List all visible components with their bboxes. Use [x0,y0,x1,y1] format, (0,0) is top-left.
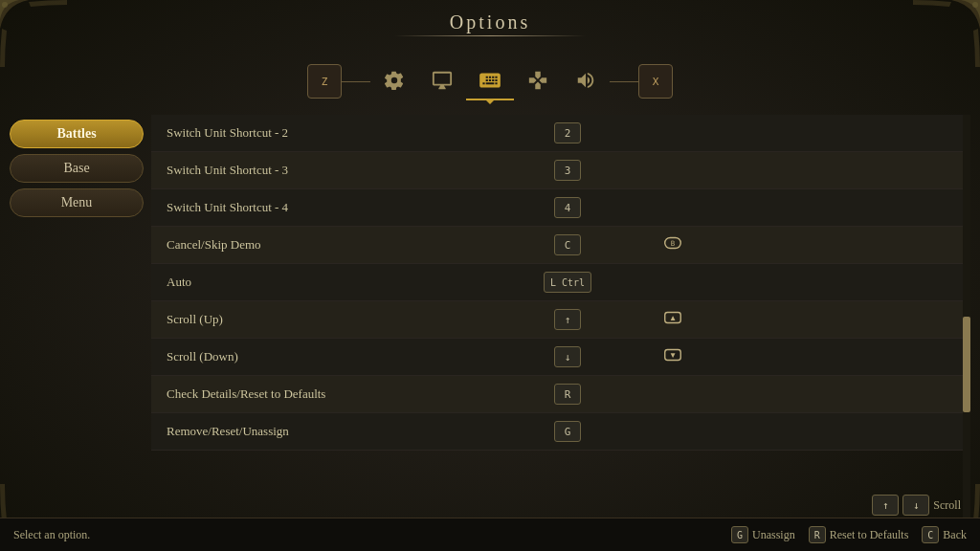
main-layout: Battles Base Menu Switch Unit Shortcut -… [10,115,970,518]
bottom-control-back: C Back [922,526,967,543]
svg-point-0 [2,2,8,8]
row-key1: ↓ [515,346,620,367]
bottom-hint: Select an option. [13,528,90,542]
row-key1: ↑ [515,309,620,330]
table-row: Scroll (Down) ↓ ▼ [151,339,970,376]
reset-key: R [809,526,826,543]
row-label: Scroll (Up) [151,312,515,327]
row-key1: 2 [515,122,620,143]
table-row: Scroll (Up) ↑ ▲ [151,301,970,339]
key-badge: R [554,384,581,405]
row-label: Check Details/Reset to Defaults [151,386,515,402]
settings-table: Switch Unit Shortcut - 2 2 Switch Unit S… [151,115,970,451]
back-label: Back [943,528,967,542]
table-row: Switch Unit Shortcut - 2 2 [151,115,970,152]
bottom-bar: Select an option. G Unassign R Reset to … [0,518,980,551]
row-key1: L Ctrl [515,272,620,293]
title-area: Options [0,11,980,36]
unassign-label: Unassign [752,528,795,542]
row-key2: ▲ [620,307,725,332]
row-label: Switch Unit Shortcut - 2 [151,125,515,141]
table-row: Switch Unit Shortcut - 4 4 [151,189,970,227]
scroll-hint: ↑ ↓ Scroll [872,495,961,516]
key-badge: ↑ [554,309,581,330]
key-badge: G [554,421,581,442]
tab-gamepad[interactable] [514,62,562,100]
row-key1: G [515,421,620,442]
gamepad-down-icon: ▼ [662,344,683,369]
table-row: Remove/Reset/Unassign G [151,413,970,451]
bottom-control-reset: R Reset to Defaults [809,526,909,543]
row-label: Cancel/Skip Demo [151,237,515,253]
row-key2: ▼ [620,344,725,369]
row-key1: 3 [515,160,620,181]
sidebar: Battles Base Menu [10,115,144,518]
bottom-controls: G Unassign R Reset to Defaults C Back [731,526,967,543]
gamepad-b-icon: B [662,232,683,257]
sidebar-item-menu[interactable]: Menu [10,188,144,217]
scrollbar[interactable] [963,115,970,518]
row-label: Remove/Reset/Unassign [151,424,515,439]
key-badge: 4 [554,197,581,218]
reset-label: Reset to Defaults [830,528,909,542]
key-badge: ↓ [554,346,581,367]
row-key1: 4 [515,197,620,218]
row-label: Auto [151,275,515,290]
svg-text:▲: ▲ [669,314,677,322]
unassign-key: G [731,526,748,543]
key-badge-wide: L Ctrl [544,272,591,293]
bottom-control-unassign: G Unassign [731,526,795,543]
row-key2: B [620,232,725,257]
tab-icons-group [370,62,610,100]
table-row: Auto L Ctrl [151,264,970,301]
svg-text:B: B [671,239,676,248]
tab-display[interactable] [418,62,466,100]
row-key1: C [515,234,620,255]
tab-audio[interactable] [562,62,610,100]
sidebar-item-battles[interactable]: Battles [10,120,144,148]
tab-bar: Z [0,57,980,105]
table-row: Check Details/Reset to Defaults R [151,376,970,413]
table-row: Cancel/Skip Demo C B [151,227,970,264]
svg-text:▼: ▼ [669,351,677,360]
settings-area: Switch Unit Shortcut - 2 2 Switch Unit S… [151,115,970,518]
page-title: Options [0,11,980,33]
key-badge: C [554,234,581,255]
row-label: Scroll (Down) [151,349,515,364]
gamepad-up-icon: ▲ [662,307,683,332]
tab-edge-left[interactable]: Z [307,64,342,99]
row-label: Switch Unit Shortcut - 3 [151,163,515,178]
row-label: Switch Unit Shortcut - 4 [151,200,515,215]
key-badge: 3 [554,160,581,181]
back-key: C [922,526,939,543]
tab-keyboard[interactable] [466,62,514,100]
tab-gear[interactable] [370,62,418,100]
tab-edge-right[interactable]: X [638,64,673,99]
row-key1: R [515,384,620,405]
table-row: Switch Unit Shortcut - 3 3 [151,152,970,189]
key-badge: 2 [554,122,581,143]
sidebar-item-base[interactable]: Base [10,154,144,183]
svg-point-1 [972,2,978,8]
title-divider [0,35,980,36]
scrollbar-thumb[interactable] [963,317,970,412]
